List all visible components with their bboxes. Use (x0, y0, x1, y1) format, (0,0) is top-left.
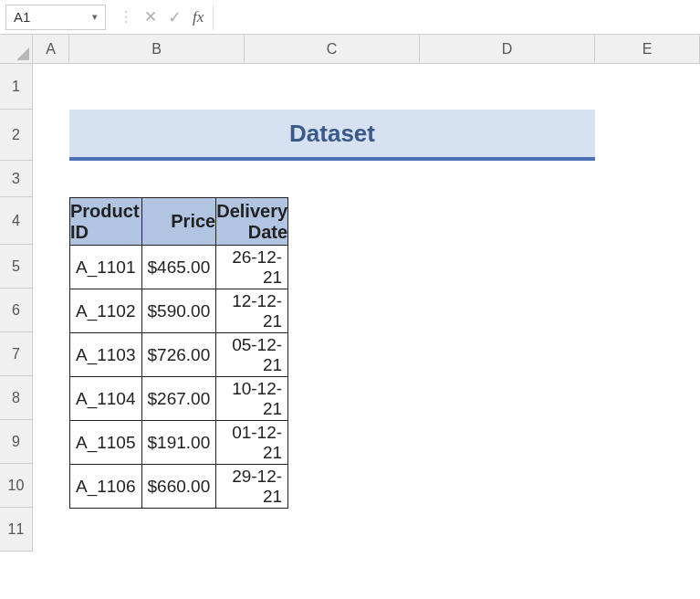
cell-product-id[interactable]: A_1104 (70, 377, 142, 421)
cell-delivery-date[interactable]: 10-12-21 (216, 377, 288, 421)
cell-delivery-date[interactable]: 12-12-21 (216, 289, 288, 333)
cell-price[interactable]: $660.00 (141, 465, 216, 509)
row-header-3[interactable]: 3 (0, 161, 33, 197)
formula-controls: ⋮ ✕ ✓ fx (119, 7, 204, 27)
cell-delivery-date[interactable]: 05-12-21 (216, 333, 288, 377)
fx-label[interactable]: fx (193, 8, 204, 26)
confirm-formula-icon[interactable]: ✓ (168, 7, 182, 27)
table-row: A_1105 $191.00 01-12-21 (70, 421, 288, 465)
name-box-value: A1 (14, 9, 30, 25)
row-header-4[interactable]: 4 (0, 197, 33, 245)
cell-product-id[interactable]: A_1105 (70, 421, 142, 465)
header-delivery-date[interactable]: Delivery Date (216, 198, 288, 246)
table-row: A_1102 $590.00 12-12-21 (70, 289, 288, 333)
separator-icon: ⋮ (119, 8, 133, 26)
table-row: A_1101 $465.00 26-12-21 (70, 246, 288, 289)
row-header-10[interactable]: 10 (0, 464, 33, 508)
cell-price[interactable]: $726.00 (141, 333, 216, 377)
dataset-title[interactable]: Dataset (69, 110, 595, 161)
cell-price[interactable]: $590.00 (141, 289, 216, 333)
cell-product-id[interactable]: A_1103 (70, 333, 142, 377)
cell-product-id[interactable]: A_1102 (70, 289, 142, 333)
name-box[interactable]: A1 ▾ (5, 5, 106, 30)
table-row: A_1104 $267.00 10-12-21 (70, 377, 288, 421)
data-table: Product ID Price Delivery Date A_1101 $4… (69, 197, 288, 509)
cell-price[interactable]: $191.00 (141, 421, 216, 465)
row-header-1[interactable]: 1 (0, 64, 33, 110)
cell-delivery-date[interactable]: 01-12-21 (216, 421, 288, 465)
cell-price[interactable]: $267.00 (141, 377, 216, 421)
row-header-5[interactable]: 5 (0, 245, 33, 289)
spreadsheet-grid: A B C D E 1 2 3 4 5 6 7 8 9 10 11 (0, 35, 700, 599)
column-header-d[interactable]: D (420, 35, 595, 64)
row-header-6[interactable]: 6 (0, 289, 33, 332)
cell-delivery-date[interactable]: 26-12-21 (216, 246, 288, 289)
row-headers: 1 2 3 4 5 6 7 8 9 10 11 (0, 64, 33, 552)
column-headers: A B C D E (33, 35, 700, 64)
formula-bar-row: A1 ▾ ⋮ ✕ ✓ fx (0, 0, 700, 35)
row-header-2[interactable]: 2 (0, 110, 33, 161)
cell-product-id[interactable]: A_1101 (70, 246, 142, 289)
column-header-e[interactable]: E (595, 35, 700, 64)
chevron-down-icon[interactable]: ▾ (92, 11, 98, 23)
cell-delivery-date[interactable]: 29-12-21 (216, 465, 288, 509)
row-header-8[interactable]: 8 (0, 376, 33, 420)
cell-price[interactable]: $465.00 (141, 246, 216, 289)
cancel-formula-icon[interactable]: ✕ (144, 7, 157, 26)
select-all-cells-button[interactable] (0, 35, 33, 64)
table-row: A_1106 $660.00 29-12-21 (70, 465, 288, 509)
table-header-row: Product ID Price Delivery Date (70, 198, 288, 246)
header-price[interactable]: Price (141, 198, 216, 246)
row-header-7[interactable]: 7 (0, 332, 33, 376)
table-row: A_1103 $726.00 05-12-21 (70, 333, 288, 377)
header-product-id[interactable]: Product ID (70, 198, 142, 246)
row-header-9[interactable]: 9 (0, 420, 33, 464)
row-header-11[interactable]: 11 (0, 508, 33, 552)
column-header-b[interactable]: B (69, 35, 245, 64)
column-header-a[interactable]: A (33, 35, 69, 64)
column-header-c[interactable]: C (245, 35, 420, 64)
cell-product-id[interactable]: A_1106 (70, 465, 142, 509)
formula-bar-input[interactable] (213, 5, 700, 30)
